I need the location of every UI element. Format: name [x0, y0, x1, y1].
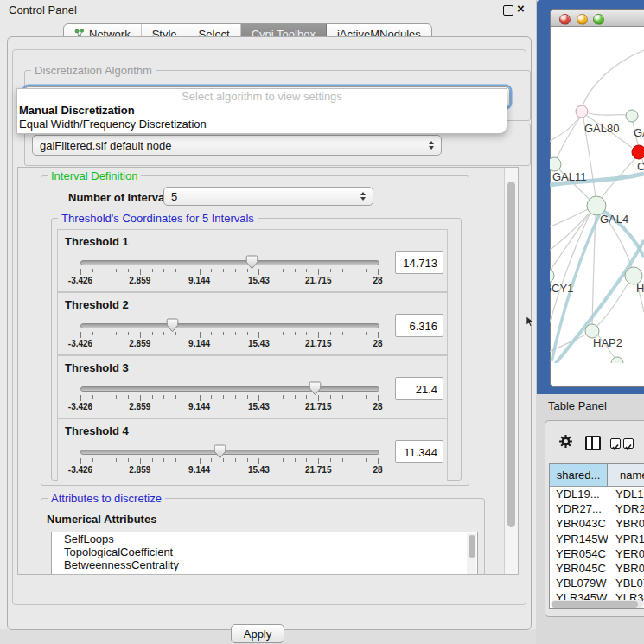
select-column-checkbox-icon[interactable]	[623, 438, 634, 449]
threshold-slider[interactable]: -3.4262.8599.14415.4321.71528	[80, 316, 378, 353]
scale-label: 28	[373, 339, 382, 348]
screenshot-stage: Control Panel × NetworkStyleSelectCyni T…	[0, 0, 644, 644]
network-node-green[interactable]	[550, 269, 554, 283]
slider-track[interactable]	[80, 386, 379, 392]
slider-track[interactable]	[80, 260, 379, 265]
network-edge	[589, 113, 626, 115]
table-data-selected-value: galFiltered.sif default node	[40, 139, 171, 152]
table-panel-title: Table Panel	[548, 399, 607, 412]
column-chooser-icon[interactable]	[585, 436, 601, 450]
slider-ticks	[80, 458, 378, 465]
cell-shared-name: YDR27...	[550, 501, 608, 516]
mac-minimize-icon[interactable]	[577, 14, 588, 25]
scale-label: 9.144	[188, 402, 210, 411]
discretization-algorithm-group-label: Discretization Algorithm	[31, 64, 156, 77]
attribute-list-item-selfloops[interactable]: SelfLoops	[52, 532, 477, 545]
network-node-label: GA	[634, 126, 644, 139]
network-node-green[interactable]	[626, 110, 638, 122]
interval-definition-group: Interval Definition Number of Intervals …	[41, 175, 469, 486]
table-row[interactable]: YBR043CYBR04	[550, 516, 644, 531]
network-node-pink[interactable]	[576, 105, 588, 118]
threshold-row: Threshold 3 -3.4262.8599.14415.4321.7152…	[57, 355, 448, 418]
scale-label: 21.715	[305, 276, 332, 285]
dropdown-option-manual-discretization[interactable]: Manual Discretization	[17, 104, 507, 118]
combo-arrows-icon	[360, 192, 366, 201]
threshold-value-field[interactable]: 21.4	[395, 377, 443, 400]
network-node-red[interactable]	[632, 145, 644, 159]
table-row[interactable]: YDR27...YDR27	[550, 501, 644, 516]
table-horizontal-scrollbar[interactable]	[551, 600, 644, 608]
threshold-label: Threshold 4	[65, 424, 129, 437]
scrollbar-thumb[interactable]	[552, 601, 638, 608]
table-row[interactable]: YPR145WYPR14	[550, 532, 644, 546]
table-row[interactable]: YER054CYER05	[550, 546, 644, 561]
discretize-settings-panel: Discretization Algorithm Select algorith…	[12, 49, 526, 605]
window-title: Control Panel	[9, 3, 77, 16]
scale-label: 28	[373, 276, 382, 285]
network-window-titlebar	[551, 10, 644, 27]
table-data-combobox[interactable]: galFiltered.sif default node	[32, 135, 442, 156]
scale-label: 15.43	[248, 402, 270, 411]
cell-name: YPR14	[608, 532, 644, 546]
network-node-label: HAP2	[593, 336, 622, 349]
scale-label: 9.144	[188, 339, 210, 348]
threshold-label: Threshold 2	[65, 298, 129, 311]
threshold-value-field[interactable]: 11.344	[395, 440, 443, 463]
threshold-value-field[interactable]: 14.713	[395, 251, 443, 274]
threshold-slider[interactable]: -3.4262.8599.14415.4321.71528	[80, 443, 378, 479]
scale-label: 15.43	[248, 465, 270, 475]
scale-label: 9.144	[188, 465, 210, 475]
scale-label: 2.859	[129, 465, 150, 475]
threshold-value-field[interactable]: 6.316	[395, 314, 443, 337]
number-of-intervals-combobox[interactable]: 5	[163, 187, 373, 206]
threshold-slider[interactable]: -3.4262.8599.14415.4321.71528	[80, 379, 378, 416]
scale-label: 28	[373, 402, 382, 411]
cell-shared-name: YPR145W	[550, 532, 608, 546]
scale-label: 15.43	[248, 339, 270, 348]
network-node-green[interactable]	[550, 157, 561, 171]
numerical-attributes-label: Numerical Attributes	[47, 513, 156, 526]
scrollbar-thumb[interactable]	[507, 182, 515, 527]
control-panel-window: Control Panel × NetworkStyleSelectCyni T…	[0, 0, 537, 629]
scale-label: 15.43	[248, 276, 270, 285]
network-node-label: GAL4	[600, 213, 628, 226]
number-of-intervals-label: Number of Intervals	[68, 191, 174, 204]
close-window-icon[interactable]: ×	[517, 1, 525, 16]
network-node-green[interactable]	[611, 357, 623, 363]
attributes-group-label: Attributes to discretize	[48, 492, 165, 505]
table-row[interactable]: YBL079WYBL07	[550, 576, 644, 590]
attribute-list-item-betweennesscentrality[interactable]: BetweennessCentrality	[52, 558, 477, 571]
mac-zoom-icon[interactable]	[593, 14, 604, 25]
numerical-attributes-list[interactable]: SelfLoopsTopologicalCoefficientBetweenne…	[51, 532, 478, 575]
thresholds-group-label: Threshold's Coordinates for 5 Intervals	[58, 212, 258, 225]
attributes-list-scrollbar[interactable]	[467, 533, 476, 575]
settings-gear-icon[interactable]	[558, 434, 573, 449]
attribute-list-item-topologicalcoefficient[interactable]: TopologicalCoefficient	[52, 545, 477, 558]
slider-scale-labels: -3.4262.8599.14415.4321.71528	[80, 276, 378, 285]
select-all-checkbox-icon[interactable]	[610, 438, 621, 449]
float-window-icon[interactable]	[503, 5, 513, 16]
node-attribute-table[interactable]: shared... name YDL19...YDL19YDR27...YDR2…	[549, 463, 644, 609]
mouse-cursor	[526, 316, 536, 328]
apply-button[interactable]: Apply	[231, 624, 284, 643]
table-panel: shared... name YDL19...YDL19YDR27...YDR2…	[545, 420, 644, 617]
vertical-scrollbar[interactable]	[504, 168, 518, 574]
table-row[interactable]: YDL19...YDL19	[550, 487, 644, 501]
dropdown-option-equal-width-frequency[interactable]: Equal Width/Frequency Discretization	[17, 118, 507, 131]
network-canvas[interactable]: GAL80GACGAL11GAL4GCY1HHAP2	[550, 25, 644, 363]
table-row[interactable]: YBR045CYBR04	[550, 561, 644, 576]
network-edge	[557, 118, 580, 158]
network-node-label: H	[636, 282, 644, 295]
slider-track[interactable]	[80, 323, 379, 328]
settings-scroll-pane: Interval Definition Number of Intervals …	[17, 167, 519, 575]
network-node-label: GCY1	[550, 282, 573, 295]
slider-track[interactable]	[80, 450, 379, 455]
column-header-name[interactable]: name	[608, 464, 644, 486]
column-header-shared-name[interactable]: shared...	[550, 464, 608, 486]
scale-label: 28	[373, 465, 382, 475]
threshold-row: Threshold 4 -3.4262.8599.14415.4321.7152…	[57, 418, 448, 481]
mac-close-icon[interactable]	[559, 14, 571, 25]
network-node-label: GAL80	[584, 122, 619, 135]
threshold-slider[interactable]: -3.4262.8599.14415.4321.71528	[80, 253, 378, 290]
dropdown-placeholder-option[interactable]: Select algorithm to view settings	[17, 89, 507, 104]
